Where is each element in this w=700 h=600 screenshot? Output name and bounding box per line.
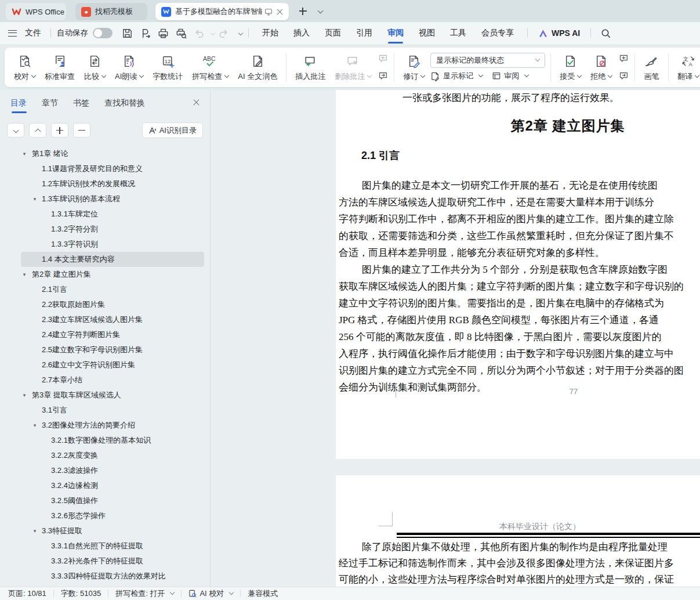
show-markup-button[interactable]: 显示标记 (430, 71, 483, 81)
word-count-indicator[interactable]: 字数: 51035 (61, 588, 101, 599)
caret-down-icon[interactable]: ▾ (21, 272, 28, 277)
print-button[interactable] (155, 26, 171, 41)
export-pdf-button[interactable] (137, 26, 153, 41)
compatibility-mode-indicator[interactable]: 兼容模式 (248, 588, 278, 599)
toc-item[interactable]: 3.2.3滤波操作 (0, 463, 210, 478)
tab-wps-office[interactable]: WPS Office (6, 3, 66, 20)
new-tab-button[interactable] (296, 4, 310, 18)
markup-state-select[interactable]: 显示标记的最终状态 (430, 53, 545, 68)
expand-all-button[interactable] (7, 123, 24, 138)
next-revision-icon[interactable] (618, 71, 629, 81)
caret-down-icon[interactable]: ▾ (21, 151, 28, 157)
undo-chevron-icon[interactable] (208, 28, 215, 38)
monitor-icon[interactable] (264, 8, 273, 16)
toc-item[interactable]: 2.7本章小结 (0, 373, 210, 388)
print-preview-button[interactable] (173, 26, 189, 41)
brush-button[interactable]: 画笔 (639, 50, 664, 85)
toc-item[interactable]: 2.3建立车牌区域候选人图片集 (0, 312, 210, 327)
caret-down-icon[interactable]: ▾ (31, 528, 38, 534)
toc-item[interactable]: ▾第3章 提取车牌区域候选人 (0, 388, 210, 403)
word-count-button[interactable]: 12 字数统计 (148, 50, 187, 85)
hamburger-menu-icon[interactable] (8, 30, 17, 37)
toc-item[interactable]: 3.3.1自然光照下的特征提取 (0, 538, 210, 554)
menu-view[interactable]: 视图 (411, 22, 443, 44)
toc-item[interactable]: 1.2车牌识别技术的发展概况 (0, 176, 210, 191)
spell-check-status[interactable]: 拼写检查: 打开 (115, 588, 174, 599)
ai-polish-button[interactable]: AI 全文润色 (233, 50, 282, 85)
proofread-button[interactable]: 校对 (9, 50, 40, 85)
track-changes-button[interactable]: 修订 (398, 50, 429, 85)
toc-item[interactable]: ▾1.3车牌识别的基本流程 (0, 191, 210, 207)
toc-item[interactable]: 3.2.6形态学操作 (0, 508, 210, 523)
close-sidebar-icon[interactable] (193, 99, 200, 106)
compare-button[interactable]: 比较 (79, 50, 110, 85)
menu-tools[interactable]: 工具 (443, 22, 474, 44)
toc-item[interactable]: 3.2.5阈值操作 (0, 493, 210, 508)
toc-item[interactable]: 3.2.2灰度变换 (0, 448, 210, 463)
document-area[interactable]: 一张或多张图片的功能，展示了程序的运行效果。 第2章 建立图片集 2.1 引言 … (211, 90, 700, 600)
tab-list-chevron-icon[interactable] (315, 6, 322, 16)
ai-read-button[interactable]: AI朗读 (110, 50, 148, 85)
zoom-in-outline-button[interactable] (51, 123, 68, 138)
close-tab-icon[interactable] (277, 9, 283, 15)
page-indicator[interactable]: 页面: 10/81 (8, 588, 46, 599)
toc-item[interactable]: ▾3.2图像处理方法的简要介绍 (0, 418, 210, 433)
menu-reference[interactable]: 引用 (349, 22, 380, 44)
collapse-all-button[interactable] (29, 123, 46, 138)
menu-insert[interactable]: 插入 (286, 22, 317, 44)
tab-chapters[interactable]: 章节 (42, 90, 58, 117)
toc-item[interactable]: 1.3.1车牌定位 (0, 207, 210, 222)
undo-button[interactable] (191, 26, 207, 41)
insert-comment-button[interactable]: 插入批注 (291, 50, 330, 85)
toc-item[interactable]: 3.1引言 (0, 403, 210, 418)
caret-down-icon[interactable]: ▾ (21, 392, 28, 398)
next-comment-icon[interactable] (377, 71, 389, 81)
redo-button[interactable] (216, 26, 231, 41)
autosave-toggle[interactable] (93, 28, 113, 38)
tab-find-replace[interactable]: 查找和替换 (104, 90, 145, 117)
menu-file[interactable]: 文件 (21, 28, 45, 38)
ai-recognize-toc-button[interactable]: AI识别目录 (142, 122, 203, 138)
search-icon[interactable] (598, 26, 614, 41)
save-button[interactable] (119, 26, 135, 41)
toc-item[interactable]: 3.3.2补光条件下的特征提取 (0, 554, 210, 569)
zoom-out-outline-button[interactable] (73, 123, 90, 138)
more-commands-chevron-icon[interactable] (236, 28, 242, 38)
toc-item[interactable]: 3.2.1数字图像处理的基本知识 (0, 433, 210, 448)
document-page-2[interactable]: 本科毕业设计（论文） 除了原始图片集不做处理，其他所有图片集的制作均是由程序批量… (336, 475, 700, 600)
toc-item[interactable]: 2.5建立数字和字母识别图片集 (0, 342, 210, 357)
toc-item[interactable]: 2.2获取原始图片集 (0, 297, 210, 312)
toc-item[interactable]: 3.2.4边缘检测 (0, 478, 210, 493)
wps-ai-button[interactable]: WPS AI (534, 28, 585, 38)
tab-bookmarks[interactable]: 书签 (73, 90, 89, 117)
tab-docer-templates[interactable]: 找稻壳模板 (75, 3, 147, 20)
delete-comment-button[interactable]: 删除批注 (330, 50, 376, 85)
ai-proof-status[interactable]: AI 校对 (188, 588, 233, 599)
toc-item[interactable]: 3.3.3四种特征提取方法的效果对比 (0, 569, 210, 584)
reject-button[interactable]: 拒绝 (586, 50, 616, 85)
previous-revision-icon[interactable] (618, 53, 629, 63)
caret-down-icon[interactable]: ▾ (31, 422, 38, 428)
toc-item[interactable]: 1.1课题背景及研究目的和意义 (0, 161, 210, 176)
document-page-1[interactable]: 一张或多张图片的功能，展示了程序的运行效果。 第2章 建立图片集 2.1 引言 … (336, 90, 700, 459)
accept-button[interactable]: 接受 (555, 50, 586, 85)
caret-down-icon[interactable]: ▾ (31, 196, 38, 202)
translate-button[interactable]: 文A 翻译 (673, 50, 700, 85)
tab-document-active[interactable]: 基于多模型融合的车牌智能识 (155, 3, 289, 20)
menu-member[interactable]: 会员专享 (474, 22, 521, 44)
toc-item[interactable]: 1.3.3字符识别 (0, 237, 210, 252)
menu-home[interactable]: 开始 (255, 22, 286, 44)
reviewers-button[interactable]: 审阅 (492, 71, 528, 81)
previous-comment-icon[interactable] (377, 53, 389, 63)
spell-check-button[interactable]: ABC 拼写检查 (187, 50, 233, 85)
toc-item[interactable]: ▾第1章 绪论 (0, 146, 210, 161)
toc-item[interactable]: 1.3.2字符分割 (0, 222, 210, 237)
toc-item[interactable]: ▾3.3特征提取 (0, 523, 210, 538)
toc-item[interactable]: 2.4建立字符判断图片集 (0, 327, 210, 342)
menu-review-active[interactable]: 审阅 (380, 22, 411, 44)
toc-item[interactable]: ▾第2章 建立图片集 (0, 267, 210, 282)
standard-review-button[interactable]: 标准审查 (40, 50, 79, 85)
menu-page[interactable]: 页面 (317, 22, 349, 44)
toc-item[interactable]: 2.6建立中文字符识别图片集 (0, 357, 210, 373)
toc-item[interactable]: 2.1引言 (0, 282, 210, 297)
